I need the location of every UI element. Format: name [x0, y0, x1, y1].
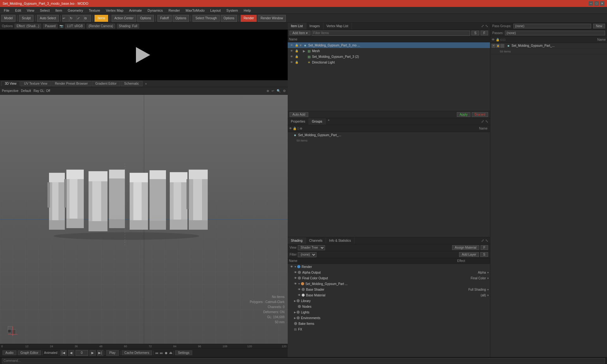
render-play-button[interactable] — [136, 47, 152, 63]
tab-info-statistics[interactable]: Info & Statistics — [326, 237, 354, 244]
menu-layout[interactable]: Layout — [208, 8, 223, 13]
toolbar-icon-4[interactable]: ⧉ — [84, 15, 91, 22]
shader-set-molding[interactable]: 👁 ▼ Set_Molding_Gypsum_Part ... — [288, 281, 490, 287]
lock-icon-3[interactable]: 🔒 — [294, 55, 299, 58]
shader-nodes[interactable]: Nodes — [288, 304, 490, 309]
tab-3d-view[interactable]: 3D View — [1, 81, 20, 86]
viewport-canvas[interactable]: No Items Polygons : Catmull-Clark Channe… — [0, 95, 288, 344]
menu-animate[interactable]: Animate — [126, 8, 144, 13]
menu-edit[interactable]: Edit — [13, 8, 24, 13]
shader-tree-select[interactable]: Shader Tree — [298, 245, 325, 250]
eye-icon[interactable]: 👁 — [289, 44, 294, 47]
shader-base-shader[interactable]: 👁 Base Shader Full Shading ▾ — [288, 287, 490, 292]
tab-properties[interactable]: Properties — [288, 118, 309, 125]
options-button-3[interactable]: Options — [221, 15, 237, 22]
options-button-2[interactable]: Options — [173, 15, 189, 22]
lock-icon-4[interactable]: 🔒 — [294, 61, 299, 64]
menu-maxtomodo[interactable]: MaxToModo — [183, 8, 207, 13]
lock-icon-2[interactable]: 🔒 — [294, 49, 299, 52]
tree-item-scene-root[interactable]: 👁 🔒 ▼ ■ Set_Molding_Gypsum_Part_3_mo ... — [288, 42, 490, 48]
pb-icon-2[interactable]: ⏭ — [160, 351, 163, 355]
shader-fx[interactable]: ▤ FX — [288, 326, 490, 332]
add-item-button[interactable]: Add Item ▾ — [290, 31, 310, 35]
eye-icon-2[interactable]: 👁 — [289, 49, 294, 52]
eye-final[interactable]: 👁 — [293, 276, 298, 280]
expand-molding[interactable]: ▼ — [298, 282, 300, 285]
passes-input[interactable]: (none) — [505, 31, 605, 35]
menu-item[interactable]: Item — [53, 8, 64, 13]
grp-icon-box2[interactable]: □ — [503, 38, 505, 41]
expand-icon-3[interactable]: ⤢ — [481, 119, 484, 124]
sculpt-button[interactable]: Sculpt — [19, 15, 34, 22]
tree-item-directional-light[interactable]: 👁 🔒 ☀ Directional Light — [288, 59, 490, 65]
pb-icon-1[interactable]: ⏮ — [155, 351, 158, 355]
groups-tree-area[interactable]: ■ Set_Molding_Gypsum_Part_... 59 Items — [288, 132, 490, 237]
filter-select[interactable]: (none) — [298, 252, 316, 257]
viewport-icon-4[interactable]: ⚙ — [283, 89, 286, 93]
toolbar-icon-1[interactable]: ↩ — [62, 15, 69, 22]
expand-render[interactable]: ▼ — [294, 265, 297, 268]
eye-molding[interactable]: 👁 — [293, 282, 298, 285]
shader-render[interactable]: 👁 ▼ Render — [288, 264, 490, 270]
groups-icon-3[interactable]: □ — [297, 127, 299, 130]
eye-icon-3[interactable]: 👁 — [289, 55, 294, 58]
viewport-icon-3[interactable]: 🔍 — [277, 89, 280, 93]
tab-groups[interactable]: Groups — [309, 118, 326, 125]
shader-library[interactable]: ▶ Library — [288, 298, 490, 304]
command-input[interactable] — [2, 358, 605, 363]
expand-icon-2[interactable]: ⤡ — [485, 24, 488, 28]
groups-icon-1[interactable]: 👁 — [289, 127, 292, 130]
eye-alpha[interactable]: 👁 — [293, 271, 298, 274]
items-button[interactable]: Items — [95, 15, 108, 22]
pb-icon-4[interactable]: ⏏ — [169, 351, 172, 355]
plus-icon[interactable]: + — [326, 118, 331, 125]
eye-icon-4[interactable]: 👁 — [289, 61, 294, 64]
menu-render[interactable]: Render — [166, 8, 182, 13]
cache-deformers-button[interactable]: Cache Deformers — [122, 350, 152, 355]
pass-groups-new-button[interactable]: New — [593, 24, 605, 28]
tab-item-list[interactable]: Item List — [288, 23, 306, 29]
menu-select[interactable]: Select — [37, 8, 52, 13]
prev-frame-button[interactable]: ◀ — [68, 350, 74, 356]
f-button[interactable]: F — [481, 31, 488, 35]
tree-item-mesh-parent[interactable]: 👁 🔒 ▶ ▤ Mesh — [288, 48, 490, 54]
eye-render[interactable]: 👁 — [289, 265, 294, 268]
select-through-button[interactable]: Select Through — [193, 15, 220, 22]
render-button[interactable]: Render — [241, 15, 257, 22]
toolbar-icon-3[interactable]: ⤢ — [77, 15, 84, 22]
frame-input[interactable]: 0 — [76, 350, 88, 356]
expand-icon-1[interactable]: ⤢ — [481, 24, 484, 28]
tab-render-preset-browser[interactable]: Render Preset Browser — [52, 81, 91, 86]
tab-schematic[interactable]: Schematic — [121, 81, 143, 86]
menu-file[interactable]: File — [1, 8, 12, 13]
close-button[interactable]: ✕ — [600, 1, 604, 6]
filter-items-input[interactable] — [312, 31, 470, 36]
grp-icon-box1[interactable]: □ — [500, 38, 502, 41]
tab-vertex-map-list[interactable]: Vertex Map List — [323, 23, 352, 29]
graph-editor-button[interactable]: Graph Editor — [18, 350, 41, 355]
shading-expand-1[interactable]: ⤢ — [481, 239, 484, 243]
shader-base-material[interactable]: 👁 Base Material (all) ▾ — [288, 292, 490, 298]
eye-base-material[interactable]: 👁 — [297, 294, 302, 297]
tree-item-mesh-child[interactable]: 👁 🔒 ▤ Set_Molding_Gypsum_Part_3 (2) — [288, 54, 490, 59]
pass-groups-input[interactable]: (none) — [513, 24, 591, 28]
expand-lights[interactable]: ▶ — [294, 311, 296, 314]
tab-shading[interactable]: Shading — [288, 237, 306, 244]
viewport-3d[interactable]: Perspective Default Ray GL: Off ⊕ ↩ 🔍 ⚙ — [0, 87, 288, 344]
shader-final-color[interactable]: 👁 Final Color Output Final Color ▾ — [288, 275, 490, 281]
shader-environments[interactable]: ▶ Environments — [288, 315, 490, 321]
groups-icon-2[interactable]: 🔒 — [293, 127, 297, 130]
add-tab-button[interactable]: + — [143, 81, 149, 86]
expand-library[interactable]: ▶ — [294, 300, 296, 302]
audio-button[interactable]: Audio — [3, 350, 16, 355]
play-button[interactable]: Play — [106, 350, 119, 356]
minimize-button[interactable]: ─ — [589, 1, 593, 6]
groups-icon-4[interactable]: ⊕ — [300, 127, 302, 130]
add-layer-button[interactable]: Add Layer — [459, 252, 479, 257]
menu-system[interactable]: System — [224, 8, 241, 13]
auto-add-button[interactable]: Auto Add — [290, 112, 308, 117]
expand-icon-4[interactable]: ⤡ — [485, 119, 488, 124]
toolbar-icon-2[interactable]: ↻ — [70, 15, 77, 22]
menu-texture[interactable]: Texture — [86, 8, 103, 13]
menu-geometry[interactable]: Geometry — [65, 8, 85, 13]
